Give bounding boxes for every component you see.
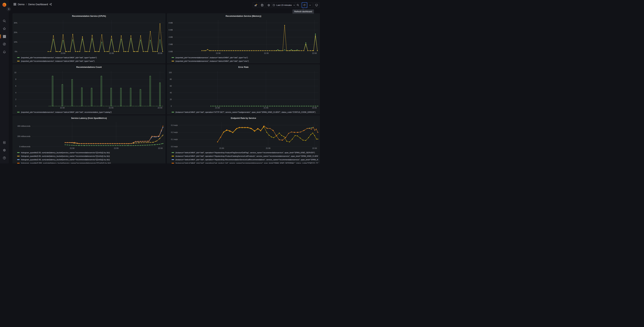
- panel-legend: {exported_job="recommendationservice", i…: [13, 110, 165, 114]
- save-dashboard-button[interactable]: [260, 2, 265, 8]
- svg-text:40: 40: [170, 92, 172, 94]
- zoom-out-time-button[interactable]: [295, 2, 301, 8]
- time-range-picker[interactable]: Last 15 minutes: [272, 2, 295, 8]
- panel-title: Recommendation Service (CPU%): [72, 15, 106, 17]
- panel-header[interactable]: Error Rate: [167, 65, 320, 70]
- panel-header[interactable]: Endpoint Rate by Service: [167, 116, 320, 121]
- breadcrumb-section[interactable]: Demo: [18, 3, 24, 6]
- svg-text:0%: 0%: [15, 50, 17, 52]
- panel-recommendation-service-cpu: Recommendation Service (CPU%) 0%10%20%30…: [12, 14, 165, 63]
- sidebar-item-configuration[interactable]: [0, 148, 9, 153]
- legend-label: {instance="otelcol:9464", job="otel", op…: [176, 111, 316, 113]
- svg-text:22:00: 22:00: [312, 107, 317, 109]
- legend-swatch: [17, 57, 20, 58]
- panel-header[interactable]: Recommendation Service (CPU%): [13, 14, 165, 19]
- svg-text:21:55: 21:55: [264, 52, 269, 54]
- chevron-right-icon: [8, 8, 10, 10]
- legend-swatch: [17, 61, 20, 62]
- legend-item[interactable]: histogram_quantile(0.50, sum(rate(latenc…: [17, 151, 164, 154]
- sidebar-item-explore[interactable]: [0, 41, 9, 47]
- legend-label: histogram_quantile(0.95, sum(rate(latenc…: [21, 155, 110, 157]
- svg-text:100: 100: [169, 72, 172, 74]
- svg-text:60: 60: [170, 85, 172, 87]
- svg-text:21:55: 21:55: [264, 107, 268, 109]
- compass-icon: [3, 42, 6, 46]
- panel-recommendations-count: Recommendations Count 024681021:5021:552…: [12, 64, 165, 114]
- legend-item[interactable]: {instance="otelcol:9464", job="otel", op…: [172, 158, 318, 161]
- panel-header[interactable]: Recommendations Count: [13, 65, 165, 70]
- memory-chart[interactable]: 0 MB2 MB4 MB6 MB8 MB21:5021:5522:00: [167, 19, 320, 56]
- breadcrumb: Demo / Demo Dashboard: [9, 0, 52, 6]
- cycle-view-mode-button[interactable]: [314, 2, 319, 8]
- legend-item[interactable]: {instance="otelcol:9464", job="otel", op…: [172, 151, 318, 154]
- legend-label: {exported_job="recommendationservice", i…: [176, 60, 249, 62]
- refresh-icon: [303, 4, 306, 6]
- panel-title: Endpoint Rate by Service: [231, 117, 256, 119]
- share-icon[interactable]: [49, 3, 52, 6]
- legend-swatch: [172, 156, 174, 156]
- legend-item[interactable]: {exported_job="recommendationservice", i…: [172, 56, 318, 59]
- svg-text:21:50: 21:50: [220, 147, 224, 149]
- legend-swatch: [172, 159, 174, 160]
- help-icon: [3, 156, 6, 160]
- sidebar-item-alerting[interactable]: [0, 49, 9, 55]
- sidebar-item-dashboards[interactable]: [0, 34, 9, 39]
- legend-swatch: [172, 112, 174, 112]
- svg-text:22:00: 22:00: [312, 147, 317, 149]
- svg-text:21:55: 21:55: [109, 52, 114, 54]
- endpoint-rate-chart[interactable]: 0.0 req/s0.1 req/s0.2 req/s0.3 req/s21:5…: [167, 121, 320, 150]
- legend-item[interactable]: histogram_quantile(0.99, sum(rate(latenc…: [17, 158, 164, 161]
- panel-header[interactable]: Recommendation Service (Memory): [167, 14, 320, 19]
- legend-swatch: [172, 61, 174, 62]
- legend-item[interactable]: {exported_job="recommendationservice", i…: [17, 56, 164, 59]
- legend-item[interactable]: histogram_quantile(0.95, sum(rate(latenc…: [17, 154, 164, 158]
- dashboard-settings-button[interactable]: [266, 2, 272, 8]
- legend-label: {exported_job="recommendationservice", i…: [21, 56, 97, 58]
- sign-in-icon: [3, 141, 6, 144]
- sidebar-expand-button[interactable]: [7, 7, 11, 11]
- panel-error-rate: Error Rate 02040608010021:5021:5522:00 {…: [167, 64, 320, 114]
- save-icon: [261, 4, 264, 6]
- add-panel-icon: [254, 4, 257, 7]
- sidebar-item-help[interactable]: [0, 155, 9, 161]
- time-series-plot: 0 milliseconds200 milliseconds400 millis…: [13, 121, 165, 150]
- legend-label: histogram_quantile(0.999, sum(rate(laten…: [21, 162, 111, 164]
- dashboards-grid-icon: [14, 3, 16, 6]
- add-panel-button[interactable]: [253, 2, 258, 8]
- sidebar-item-sign-in[interactable]: [0, 140, 9, 145]
- sidebar-item-starred[interactable]: [0, 26, 9, 32]
- panel-legend: {instance="otelcol:9464", job="otel", op…: [167, 150, 320, 164]
- breadcrumb-page-title: Demo Dashboard: [28, 3, 48, 6]
- legend-item[interactable]: {exported_job="recommendationservice", i…: [172, 59, 318, 63]
- refresh-dashboard-button[interactable]: [302, 2, 307, 8]
- panel-header[interactable]: Service Latency (from SpanMetrics): [13, 116, 165, 121]
- service-latency-chart[interactable]: 0 milliseconds200 milliseconds400 millis…: [13, 121, 165, 150]
- legend-item[interactable]: {instance="otelcol:9464", job="otel", op…: [172, 110, 318, 114]
- panel-title: Recommendation Service (Memory): [226, 15, 262, 17]
- legend-swatch: [17, 163, 20, 164]
- svg-text:80: 80: [170, 78, 172, 80]
- svg-text:4 MB: 4 MB: [168, 36, 173, 38]
- gear-icon: [267, 4, 270, 7]
- legend-item[interactable]: {instance="otelcol:9464", job="otel", op…: [172, 161, 318, 164]
- svg-text:0: 0: [171, 105, 172, 107]
- svg-text:30%: 30%: [14, 22, 17, 24]
- recommendations-count-chart[interactable]: 024681021:5021:5522:00: [13, 70, 165, 110]
- legend-item[interactable]: {exported_job="recommendationservice", i…: [17, 59, 164, 63]
- error-rate-chart[interactable]: 02040608010021:5021:5522:00: [167, 70, 320, 110]
- refresh-interval-dropdown[interactable]: [307, 2, 313, 8]
- svg-text:21:55: 21:55: [114, 147, 119, 149]
- sidebar-item-search[interactable]: [0, 18, 9, 24]
- legend-label: histogram_quantile(0.99, sum(rate(latenc…: [21, 159, 110, 161]
- cpu-chart[interactable]: 0%10%20%30%21:5021:5522:00: [13, 19, 165, 56]
- legend-item[interactable]: histogram_quantile(0.999, sum(rate(laten…: [17, 161, 164, 164]
- dashboards-grid-icon: [3, 35, 6, 38]
- svg-text:400 milliseconds: 400 milliseconds: [17, 125, 30, 127]
- legend-item[interactable]: {exported_job="recommendationservice", i…: [17, 110, 164, 114]
- refresh-controls: [302, 2, 313, 8]
- grafana-logo-icon: [2, 2, 7, 8]
- clock-icon: [273, 4, 275, 6]
- legend-item[interactable]: {instance="otelcol:9464", job="otel", op…: [172, 154, 318, 158]
- panel-endpoint-rate-by-service: Endpoint Rate by Service 0.0 req/s0.1 re…: [167, 116, 320, 164]
- svg-text:0.0 req/s: 0.0 req/s: [171, 146, 178, 148]
